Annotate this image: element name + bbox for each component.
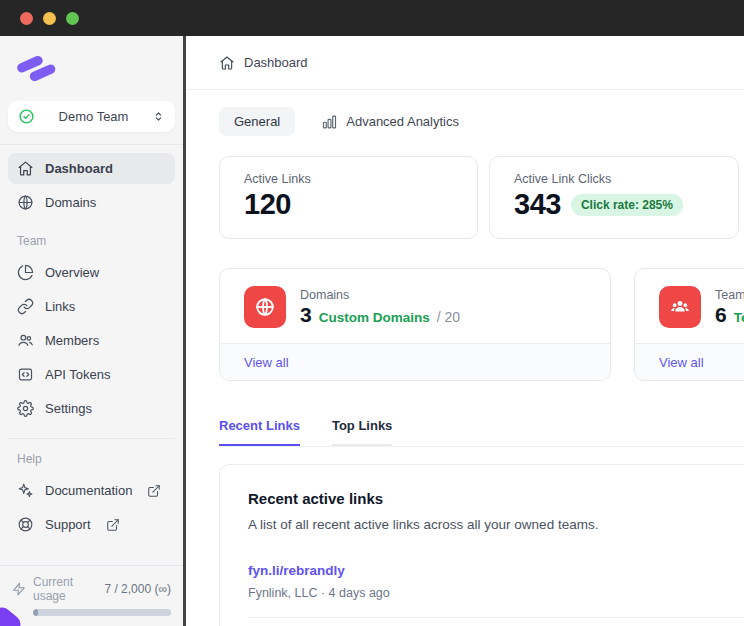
sidebar-item-support[interactable]: Support xyxy=(8,509,175,540)
code-square-icon xyxy=(17,366,34,383)
bar-chart-icon xyxy=(321,113,338,130)
breadcrumb-label: Dashboard xyxy=(244,55,308,70)
stats-row: Active Links 120 Active Link Clicks 343 … xyxy=(219,156,744,239)
resource-count: 3 xyxy=(300,303,312,327)
users-group-icon xyxy=(669,296,691,318)
sidebar-section-help: Help xyxy=(8,439,175,475)
recent-links-subtitle: A list of all recent active links across… xyxy=(248,517,744,532)
view-all-teams-link[interactable]: View all xyxy=(659,355,704,370)
sidebar-item-label: Members xyxy=(45,333,99,348)
sidebar-item-api-tokens[interactable]: API Tokens xyxy=(8,359,175,390)
stat-label: Active Link Clicks xyxy=(514,172,714,186)
resource-limit: / 20 xyxy=(437,309,460,325)
sidebar-item-members[interactable]: Members xyxy=(8,325,175,356)
home-icon xyxy=(219,55,235,71)
sidebar-item-documentation[interactable]: Documentation xyxy=(8,475,175,506)
sidebar-item-label: API Tokens xyxy=(45,367,111,382)
stat-value: 343 xyxy=(514,188,561,221)
app-window: Demo Team Dashboard Domains xyxy=(0,0,744,626)
recent-active-links-card: Recent active links A list of all recent… xyxy=(219,464,744,626)
sidebar-item-dashboard[interactable]: Dashboard xyxy=(8,153,175,184)
usage-meter: Current usage 7 / 2,000 (∞) xyxy=(0,565,183,626)
team-selector-label: Demo Team xyxy=(35,109,152,124)
external-link-icon xyxy=(106,518,120,532)
window-titlebar xyxy=(0,0,744,36)
list-item: fyn.li/rebrandly Fynlink, LLC · 4 days a… xyxy=(248,563,744,600)
stat-card-active-link-clicks: Active Link Clicks 343 Click rate: 285% xyxy=(489,156,739,239)
list-divider xyxy=(248,617,744,618)
main-content: Dashboard General Advanced Analytics Act… xyxy=(186,36,744,626)
sidebar-item-label: Dashboard xyxy=(45,161,113,176)
usage-progress-bar xyxy=(33,609,171,616)
external-link-icon xyxy=(147,484,161,498)
bolt-icon xyxy=(12,582,26,596)
globe-icon xyxy=(254,296,276,318)
resource-count: 6 xyxy=(715,303,727,327)
stat-label: Active Links xyxy=(244,172,453,186)
check-circle-icon xyxy=(18,108,35,125)
usage-progress-fill xyxy=(33,609,38,616)
link-icon xyxy=(17,298,34,315)
team-selector[interactable]: Demo Team xyxy=(8,101,175,132)
usage-label: Current usage xyxy=(33,575,97,603)
sparkles-icon xyxy=(17,482,34,499)
sidebar-item-label: Support xyxy=(45,517,91,532)
tab-advanced-analytics[interactable]: Advanced Analytics xyxy=(321,113,459,130)
recent-links-title: Recent active links xyxy=(248,490,744,507)
gear-icon xyxy=(17,400,34,417)
sidebar-item-domains[interactable]: Domains xyxy=(8,187,175,218)
links-tabs: Recent Links Top Links xyxy=(219,418,744,447)
close-button[interactable] xyxy=(20,12,33,25)
lifebuoy-icon xyxy=(17,516,34,533)
sidebar-section-team: Team xyxy=(8,221,175,257)
tab-general[interactable]: General xyxy=(219,107,295,136)
teams-card: Teams 6 Teams / View all xyxy=(634,268,744,381)
resource-cards-row: Domains 3 Custom Domains / 20 View all xyxy=(219,268,744,381)
sidebar-item-settings[interactable]: Settings xyxy=(8,393,175,424)
click-rate-badge: Click rate: 285% xyxy=(571,194,683,216)
resource-label: Domains xyxy=(300,288,460,302)
teams-card-icon xyxy=(659,286,701,328)
stat-value: 120 xyxy=(244,188,291,221)
custom-domains-link[interactable]: Custom Domains xyxy=(319,310,430,325)
teams-link[interactable]: Teams xyxy=(734,310,744,325)
domains-card: Domains 3 Custom Domains / 20 View all xyxy=(219,268,611,381)
link-url[interactable]: fyn.li/rebrandly xyxy=(248,563,744,578)
recent-links-list: fyn.li/rebrandly Fynlink, LLC · 4 days a… xyxy=(248,563,744,626)
sidebar-item-label: Documentation xyxy=(45,483,132,498)
resource-label: Teams xyxy=(715,288,744,302)
sidebar-nav: Dashboard Domains Team Overview xyxy=(0,145,183,543)
sidebar: Demo Team Dashboard Domains xyxy=(0,36,183,626)
breadcrumb: Dashboard xyxy=(186,36,744,90)
app-logo[interactable] xyxy=(0,36,183,99)
sidebar-item-label: Overview xyxy=(45,265,99,280)
users-icon xyxy=(17,332,34,349)
tab-advanced-analytics-label: Advanced Analytics xyxy=(346,114,459,129)
view-tabs: General Advanced Analytics xyxy=(219,107,744,136)
brand-logo-icon xyxy=(16,49,58,89)
tab-top-links[interactable]: Top Links xyxy=(332,418,392,446)
unfold-chevrons-icon xyxy=(152,109,165,124)
sidebar-item-links[interactable]: Links xyxy=(8,291,175,322)
link-meta: Fynlink, LLC · 4 days ago xyxy=(248,586,744,600)
minimize-button[interactable] xyxy=(43,12,56,25)
sidebar-item-overview[interactable]: Overview xyxy=(8,257,175,288)
domains-card-icon xyxy=(244,286,286,328)
sidebar-item-label: Domains xyxy=(45,195,96,210)
pie-chart-icon xyxy=(17,264,34,281)
sidebar-item-label: Settings xyxy=(45,401,92,416)
tab-recent-links[interactable]: Recent Links xyxy=(219,418,300,446)
view-all-domains-link[interactable]: View all xyxy=(244,355,289,370)
home-icon xyxy=(17,160,34,177)
usage-value: 7 / 2,000 (∞) xyxy=(104,582,171,596)
sidebar-item-label: Links xyxy=(45,299,75,314)
globe-icon xyxy=(17,194,34,211)
zoom-button[interactable] xyxy=(66,12,79,25)
stat-card-active-links: Active Links 120 xyxy=(219,156,478,239)
